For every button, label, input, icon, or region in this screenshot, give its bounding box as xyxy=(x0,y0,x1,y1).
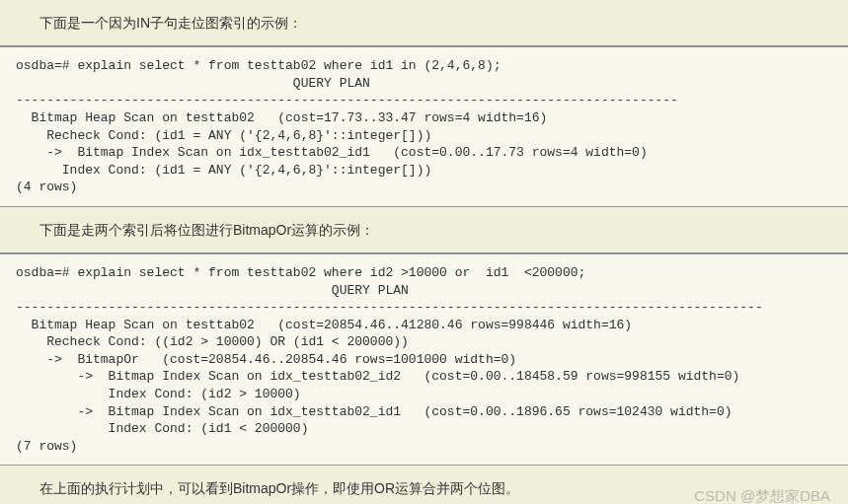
intro-paragraph-2: 下面是走两个索引后将位图进行BitmapOr运算的示例： xyxy=(0,207,848,252)
summary-text: 在上面的执行计划中，可以看到BitmapOr操作，即使用OR运算合并两个位图。 xyxy=(39,480,519,496)
intro-paragraph-1: 下面是一个因为IN子句走位图索引的示例： xyxy=(0,0,848,45)
summary-paragraph: 在上面的执行计划中，可以看到BitmapOr操作，即使用OR运算合并两个位图。 xyxy=(0,466,848,504)
code-block-1: osdba=# explain select * from testtab02 … xyxy=(0,46,848,206)
code-block-2: osdba=# explain select * from testtab02 … xyxy=(0,253,848,466)
intro-text-1: 下面是一个因为IN子句走位图索引的示例： xyxy=(39,15,302,31)
intro-text-2: 下面是走两个索引后将位图进行BitmapOr运算的示例： xyxy=(39,222,374,238)
